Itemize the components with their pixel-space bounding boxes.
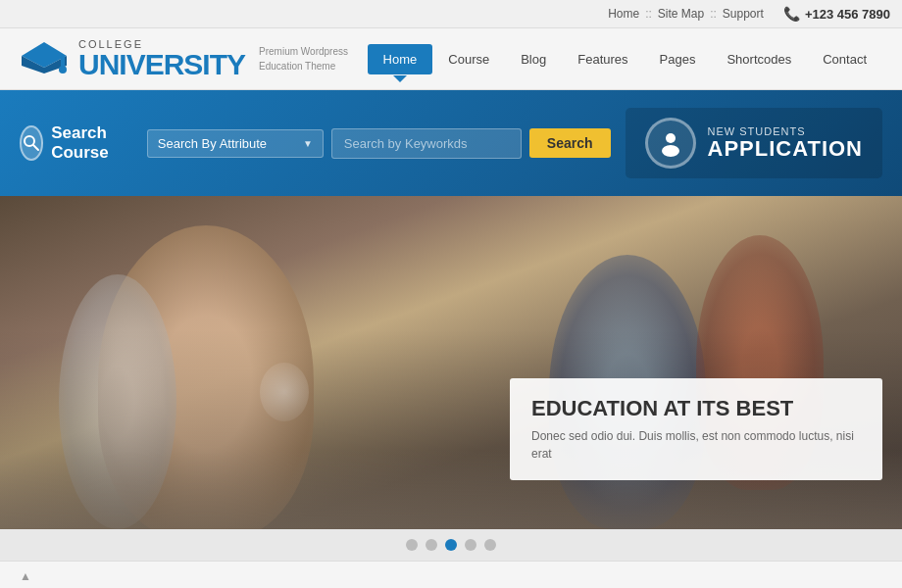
phone-area: 📞 +123 456 7890 <box>783 6 890 22</box>
svg-point-7 <box>662 145 679 157</box>
keyword-input[interactable] <box>331 128 522 159</box>
person-icon <box>657 129 684 157</box>
logo-text: COLLEGE UNIVERSITY <box>78 38 245 79</box>
nav-pages[interactable]: Pages <box>644 44 712 74</box>
svg-point-6 <box>666 133 676 143</box>
sep1: :: <box>645 7 652 21</box>
dot-3[interactable] <box>445 539 457 551</box>
search-button[interactable]: Search <box>529 128 611 158</box>
new-students-title: APPLICATION <box>708 137 863 161</box>
dot-2[interactable] <box>426 539 437 551</box>
search-icon-circle <box>20 125 43 161</box>
svg-line-5 <box>33 145 38 150</box>
bottom-teaser: ▲ <box>0 561 902 588</box>
attribute-dropdown[interactable]: Search By Attribute ▼ <box>147 129 324 158</box>
search-left: Search Course Search By Attribute ▼ Sear… <box>20 123 611 163</box>
hero-caption-title: EDUCATION AT ITS BEST <box>531 396 861 421</box>
nav-contact[interactable]: Contact <box>807 44 882 74</box>
top-bar: Home :: Site Map :: Support 📞 +123 456 7… <box>0 0 902 28</box>
dropdown-label: Search By Attribute <box>158 136 267 151</box>
logo-area: COLLEGE UNIVERSITY Premium WordpressEduc… <box>20 38 368 79</box>
nav-home[interactable]: Home <box>368 44 433 74</box>
sitemap-link[interactable]: Site Map <box>658 7 704 21</box>
main-nav: Home Course Blog Features Pages Shortcod… <box>368 44 882 74</box>
dot-5[interactable] <box>484 539 496 551</box>
header: COLLEGE UNIVERSITY Premium WordpressEduc… <box>0 28 902 90</box>
support-link[interactable]: Support <box>723 7 764 21</box>
sep2: :: <box>710 7 717 21</box>
logo-tagline: Premium WordpressEducation Theme <box>259 44 348 74</box>
phone-number: +123 456 7890 <box>805 7 890 22</box>
chevron-down-icon: ▼ <box>303 138 313 149</box>
nav-features[interactable]: Features <box>562 44 643 74</box>
hero-caption-text: Donec sed odio dui. Duis mollis, est non… <box>531 427 861 463</box>
home-link[interactable]: Home <box>608 7 639 21</box>
search-controls: Search By Attribute ▼ Search <box>147 128 611 159</box>
new-students-application[interactable]: NEW STUDENTS APPLICATION <box>626 108 882 178</box>
svg-point-3 <box>59 66 67 74</box>
top-bar-links: Home :: Site Map :: Support <box>608 7 764 21</box>
new-students-sublabel: NEW STUDENTS <box>708 125 863 137</box>
nav-shortcodes[interactable]: Shortcodes <box>711 44 807 74</box>
slider-dots <box>0 529 902 561</box>
search-section: Search Course Search By Attribute ▼ Sear… <box>0 90 902 196</box>
hero-caption: EDUCATION AT ITS BEST Donec sed odio dui… <box>510 378 882 480</box>
logo-cap-icon <box>20 38 69 79</box>
nav-blog[interactable]: Blog <box>505 44 562 74</box>
dot-1[interactable] <box>406 539 418 551</box>
phone-icon: 📞 <box>783 6 800 22</box>
logo-university: UNIVERSITY <box>78 50 245 79</box>
new-students-text: NEW STUDENTS APPLICATION <box>708 125 863 161</box>
search-title-area: Search Course <box>20 123 135 163</box>
search-title: Search Course <box>51 123 125 163</box>
student-icon <box>645 118 696 169</box>
search-icon <box>23 134 40 152</box>
nav-course[interactable]: Course <box>432 44 505 74</box>
dot-4[interactable] <box>465 539 476 551</box>
teaser-content: ▲ <box>20 569 31 583</box>
hero-slider: EDUCATION AT ITS BEST Donec sed odio dui… <box>0 196 902 529</box>
